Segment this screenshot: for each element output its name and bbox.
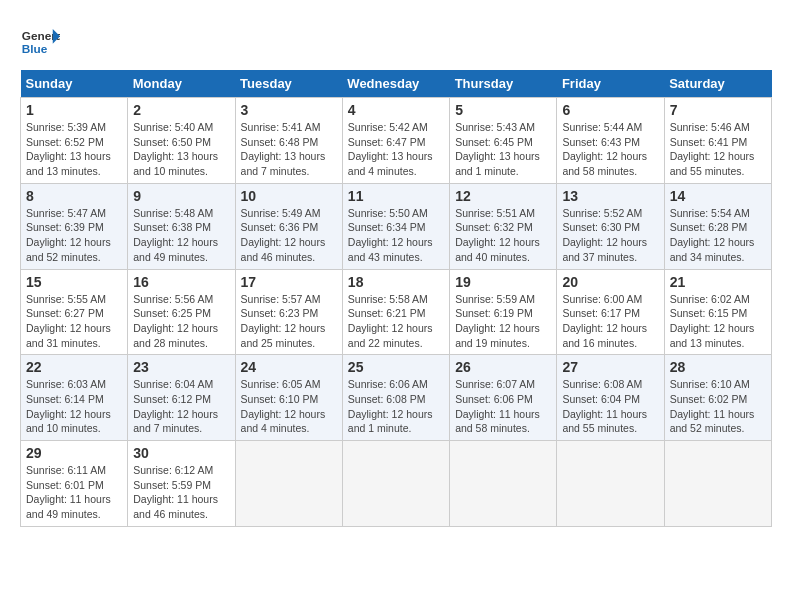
day-number: 18 — [348, 274, 444, 290]
day-number: 22 — [26, 359, 122, 375]
day-27: 27Sunrise: 6:08 AMSunset: 6:04 PMDayligh… — [557, 355, 664, 441]
day-info: Sunrise: 5:43 AMSunset: 6:45 PMDaylight:… — [455, 120, 551, 179]
empty-day — [342, 441, 449, 527]
day-number: 11 — [348, 188, 444, 204]
day-3: 3Sunrise: 5:41 AMSunset: 6:48 PMDaylight… — [235, 98, 342, 184]
day-number: 1 — [26, 102, 122, 118]
calendar-header-row: SundayMondayTuesdayWednesdayThursdayFrid… — [21, 70, 772, 98]
day-number: 10 — [241, 188, 337, 204]
day-28: 28Sunrise: 6:10 AMSunset: 6:02 PMDayligh… — [664, 355, 771, 441]
logo-icon: General Blue — [20, 20, 60, 60]
day-30: 30Sunrise: 6:12 AMSunset: 5:59 PMDayligh… — [128, 441, 235, 527]
day-number: 15 — [26, 274, 122, 290]
day-info: Sunrise: 5:40 AMSunset: 6:50 PMDaylight:… — [133, 120, 229, 179]
svg-text:Blue: Blue — [22, 42, 48, 56]
day-number: 8 — [26, 188, 122, 204]
day-number: 23 — [133, 359, 229, 375]
day-info: Sunrise: 5:56 AMSunset: 6:25 PMDaylight:… — [133, 292, 229, 351]
day-number: 17 — [241, 274, 337, 290]
day-info: Sunrise: 5:48 AMSunset: 6:38 PMDaylight:… — [133, 206, 229, 265]
day-info: Sunrise: 5:57 AMSunset: 6:23 PMDaylight:… — [241, 292, 337, 351]
day-number: 13 — [562, 188, 658, 204]
day-25: 25Sunrise: 6:06 AMSunset: 6:08 PMDayligh… — [342, 355, 449, 441]
day-number: 5 — [455, 102, 551, 118]
day-1: 1Sunrise: 5:39 AMSunset: 6:52 PMDaylight… — [21, 98, 128, 184]
empty-day — [235, 441, 342, 527]
day-number: 21 — [670, 274, 766, 290]
day-19: 19Sunrise: 5:59 AMSunset: 6:19 PMDayligh… — [450, 269, 557, 355]
header-sunday: Sunday — [21, 70, 128, 98]
day-number: 28 — [670, 359, 766, 375]
day-info: Sunrise: 5:59 AMSunset: 6:19 PMDaylight:… — [455, 292, 551, 351]
day-number: 30 — [133, 445, 229, 461]
day-4: 4Sunrise: 5:42 AMSunset: 6:47 PMDaylight… — [342, 98, 449, 184]
day-info: Sunrise: 5:47 AMSunset: 6:39 PMDaylight:… — [26, 206, 122, 265]
day-info: Sunrise: 6:00 AMSunset: 6:17 PMDaylight:… — [562, 292, 658, 351]
day-17: 17Sunrise: 5:57 AMSunset: 6:23 PMDayligh… — [235, 269, 342, 355]
day-number: 27 — [562, 359, 658, 375]
day-16: 16Sunrise: 5:56 AMSunset: 6:25 PMDayligh… — [128, 269, 235, 355]
day-9: 9Sunrise: 5:48 AMSunset: 6:38 PMDaylight… — [128, 183, 235, 269]
header-friday: Friday — [557, 70, 664, 98]
day-info: Sunrise: 5:49 AMSunset: 6:36 PMDaylight:… — [241, 206, 337, 265]
logo: General Blue — [20, 20, 64, 60]
day-number: 25 — [348, 359, 444, 375]
calendar-week-3: 15Sunrise: 5:55 AMSunset: 6:27 PMDayligh… — [21, 269, 772, 355]
empty-day — [450, 441, 557, 527]
header-monday: Monday — [128, 70, 235, 98]
day-11: 11Sunrise: 5:50 AMSunset: 6:34 PMDayligh… — [342, 183, 449, 269]
day-8: 8Sunrise: 5:47 AMSunset: 6:39 PMDaylight… — [21, 183, 128, 269]
day-number: 3 — [241, 102, 337, 118]
day-info: Sunrise: 5:41 AMSunset: 6:48 PMDaylight:… — [241, 120, 337, 179]
day-number: 14 — [670, 188, 766, 204]
calendar-week-2: 8Sunrise: 5:47 AMSunset: 6:39 PMDaylight… — [21, 183, 772, 269]
day-18: 18Sunrise: 5:58 AMSunset: 6:21 PMDayligh… — [342, 269, 449, 355]
day-info: Sunrise: 6:07 AMSunset: 6:06 PMDaylight:… — [455, 377, 551, 436]
day-number: 24 — [241, 359, 337, 375]
day-number: 16 — [133, 274, 229, 290]
day-14: 14Sunrise: 5:54 AMSunset: 6:28 PMDayligh… — [664, 183, 771, 269]
day-15: 15Sunrise: 5:55 AMSunset: 6:27 PMDayligh… — [21, 269, 128, 355]
day-5: 5Sunrise: 5:43 AMSunset: 6:45 PMDaylight… — [450, 98, 557, 184]
day-info: Sunrise: 6:12 AMSunset: 5:59 PMDaylight:… — [133, 463, 229, 522]
day-number: 6 — [562, 102, 658, 118]
day-info: Sunrise: 5:39 AMSunset: 6:52 PMDaylight:… — [26, 120, 122, 179]
day-29: 29Sunrise: 6:11 AMSunset: 6:01 PMDayligh… — [21, 441, 128, 527]
day-20: 20Sunrise: 6:00 AMSunset: 6:17 PMDayligh… — [557, 269, 664, 355]
day-info: Sunrise: 6:05 AMSunset: 6:10 PMDaylight:… — [241, 377, 337, 436]
day-number: 20 — [562, 274, 658, 290]
day-info: Sunrise: 6:11 AMSunset: 6:01 PMDaylight:… — [26, 463, 122, 522]
calendar-week-1: 1Sunrise: 5:39 AMSunset: 6:52 PMDaylight… — [21, 98, 772, 184]
calendar-table: SundayMondayTuesdayWednesdayThursdayFrid… — [20, 70, 772, 527]
day-info: Sunrise: 5:50 AMSunset: 6:34 PMDaylight:… — [348, 206, 444, 265]
day-26: 26Sunrise: 6:07 AMSunset: 6:06 PMDayligh… — [450, 355, 557, 441]
calendar-week-5: 29Sunrise: 6:11 AMSunset: 6:01 PMDayligh… — [21, 441, 772, 527]
day-6: 6Sunrise: 5:44 AMSunset: 6:43 PMDaylight… — [557, 98, 664, 184]
header-saturday: Saturday — [664, 70, 771, 98]
day-number: 12 — [455, 188, 551, 204]
header-wednesday: Wednesday — [342, 70, 449, 98]
day-24: 24Sunrise: 6:05 AMSunset: 6:10 PMDayligh… — [235, 355, 342, 441]
day-number: 4 — [348, 102, 444, 118]
day-22: 22Sunrise: 6:03 AMSunset: 6:14 PMDayligh… — [21, 355, 128, 441]
page-header: General Blue — [20, 20, 772, 60]
day-12: 12Sunrise: 5:51 AMSunset: 6:32 PMDayligh… — [450, 183, 557, 269]
day-info: Sunrise: 6:04 AMSunset: 6:12 PMDaylight:… — [133, 377, 229, 436]
empty-day — [557, 441, 664, 527]
day-info: Sunrise: 5:42 AMSunset: 6:47 PMDaylight:… — [348, 120, 444, 179]
day-13: 13Sunrise: 5:52 AMSunset: 6:30 PMDayligh… — [557, 183, 664, 269]
day-number: 29 — [26, 445, 122, 461]
day-info: Sunrise: 6:02 AMSunset: 6:15 PMDaylight:… — [670, 292, 766, 351]
day-info: Sunrise: 5:52 AMSunset: 6:30 PMDaylight:… — [562, 206, 658, 265]
day-number: 9 — [133, 188, 229, 204]
day-number: 19 — [455, 274, 551, 290]
day-number: 2 — [133, 102, 229, 118]
day-info: Sunrise: 6:06 AMSunset: 6:08 PMDaylight:… — [348, 377, 444, 436]
day-info: Sunrise: 5:54 AMSunset: 6:28 PMDaylight:… — [670, 206, 766, 265]
day-info: Sunrise: 6:10 AMSunset: 6:02 PMDaylight:… — [670, 377, 766, 436]
day-10: 10Sunrise: 5:49 AMSunset: 6:36 PMDayligh… — [235, 183, 342, 269]
day-info: Sunrise: 5:55 AMSunset: 6:27 PMDaylight:… — [26, 292, 122, 351]
day-info: Sunrise: 6:03 AMSunset: 6:14 PMDaylight:… — [26, 377, 122, 436]
day-2: 2Sunrise: 5:40 AMSunset: 6:50 PMDaylight… — [128, 98, 235, 184]
day-info: Sunrise: 5:46 AMSunset: 6:41 PMDaylight:… — [670, 120, 766, 179]
